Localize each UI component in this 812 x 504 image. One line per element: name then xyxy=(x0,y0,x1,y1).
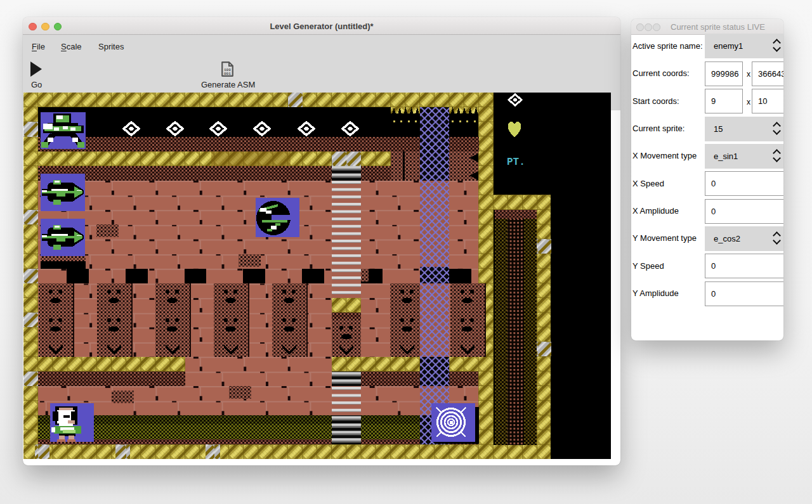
svg-text:001: 001 xyxy=(224,72,231,76)
svg-text:PT.: PT. xyxy=(507,157,525,168)
